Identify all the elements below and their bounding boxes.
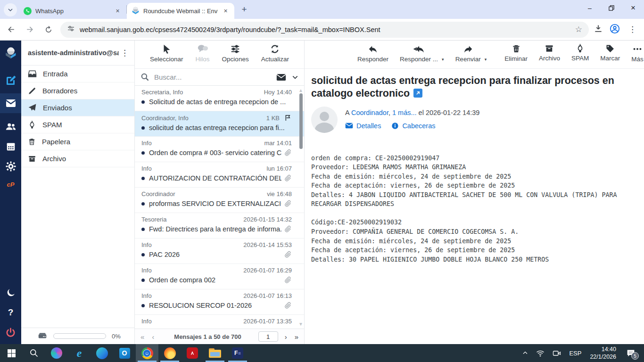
- mail-nav-button[interactable]: [0, 93, 21, 113]
- last-page-button[interactable]: »: [295, 333, 298, 341]
- taskbar-search-icon[interactable]: [23, 344, 45, 362]
- scrollbar-thumb[interactable]: [299, 93, 303, 149]
- forward-button[interactable]: Reenviar: [455, 44, 481, 63]
- list-toolbar: Seleccionar Hilos Opciones Actualizar: [135, 41, 304, 69]
- back-button[interactable]: [3, 22, 19, 38]
- search-options-chevron-icon[interactable]: [292, 74, 298, 81]
- edge-icon[interactable]: [91, 344, 113, 362]
- folder-archivo[interactable]: Archivo: [21, 150, 134, 167]
- forward-menu-caret[interactable]: ▾: [485, 57, 487, 62]
- tab-roundcube[interactable]: Roundcube Webmail :: Enviados ×: [127, 3, 234, 19]
- acrobat-icon[interactable]: [181, 344, 204, 362]
- message-row[interactable]: Secretaria, InfoHoy 14:40 Solicitud de a…: [135, 86, 304, 111]
- tray-expand-icon[interactable]: [520, 344, 530, 362]
- folder-spam[interactable]: SPAM: [21, 116, 134, 133]
- compose-button[interactable]: [0, 71, 21, 90]
- clock-date: 22/1/2026: [590, 354, 616, 360]
- clock[interactable]: 14:40 22/1/2026: [587, 346, 619, 361]
- restore-button[interactable]: [601, 0, 622, 16]
- minimize-button[interactable]: –: [579, 0, 601, 16]
- refresh-button[interactable]: [41, 22, 57, 38]
- calendar-nav-button[interactable]: [0, 137, 21, 156]
- message-row[interactable]: Infomar 14:01 Orden de compra # 003- ser…: [135, 137, 304, 162]
- search-scope-mail-icon[interactable]: [276, 74, 286, 81]
- copilot-icon[interactable]: [45, 344, 68, 362]
- more-recipients-link[interactable]: 1 más...: [392, 109, 417, 116]
- delete-button[interactable]: Eliminar: [504, 44, 528, 62]
- headers-toggle[interactable]: Cabeceras: [391, 122, 435, 130]
- folder-entrada[interactable]: Entrada: [21, 66, 134, 82]
- file-explorer-icon[interactable]: [204, 344, 226, 362]
- firefox-icon[interactable]: [158, 344, 181, 362]
- wifi-icon[interactable]: [534, 344, 547, 362]
- folder-papelera[interactable]: Papelera: [21, 133, 134, 150]
- message-row[interactable]: Info2026-01-07 13:35: [135, 315, 304, 329]
- message-row[interactable]: Info2026-01-07 16:13 RESOLUCION SERCOP 0…: [135, 289, 304, 315]
- reply-all-menu-caret[interactable]: ▾: [442, 57, 444, 62]
- cpanel-logo[interactable]: cP: [0, 176, 21, 192]
- outlook-icon[interactable]: O: [113, 344, 136, 362]
- more-button[interactable]: Más: [631, 44, 644, 63]
- open-in-new-window-icon[interactable]: [413, 89, 422, 98]
- roundcube-logo[interactable]: [0, 41, 21, 64]
- url-bar[interactable]: webmail.sanjuan.gob.ec/cpsess4724500249/…: [60, 22, 589, 38]
- windows-taskbar: e O ☺ F≡ ESP 14:40 22/1/2026 5: [0, 344, 644, 362]
- dark-mode-button[interactable]: [0, 283, 21, 303]
- tab-close-icon[interactable]: ×: [114, 7, 122, 15]
- pinned-app-icon[interactable]: F≡: [226, 344, 249, 362]
- folder-borradores[interactable]: Borradores: [21, 82, 134, 99]
- more-dots-icon: [632, 44, 643, 54]
- message-row[interactable]: Tesoreria2026-01-15 14:32 Fwd: Directric…: [135, 213, 304, 239]
- next-page-button[interactable]: ›: [285, 333, 287, 341]
- downloads-icon[interactable]: [594, 24, 603, 35]
- tab-close-icon[interactable]: ×: [222, 7, 230, 15]
- scroll-down-arrow[interactable]: ▼: [298, 321, 303, 327]
- details-toggle[interactable]: Detalles: [345, 122, 381, 130]
- logout-button[interactable]: [0, 322, 21, 342]
- site-settings-icon[interactable]: [67, 25, 75, 34]
- pagination-label: Mensajes 1 a 50 de 700: [162, 333, 253, 340]
- search-input[interactable]: [154, 73, 276, 81]
- message-row[interactable]: Info2026-01-14 15:53 PAC 2026: [135, 239, 304, 264]
- message-row[interactable]: Infolun 16:07 AUTORIZACION DE CONTRATACI…: [135, 162, 304, 188]
- meet-now-icon[interactable]: [550, 344, 563, 362]
- folder-enviados[interactable]: Enviados: [21, 99, 134, 116]
- forward-button[interactable]: [22, 22, 38, 38]
- account-menu-icon[interactable]: ⋮: [119, 48, 131, 58]
- bookmark-star-icon[interactable]: ☆: [571, 25, 586, 34]
- close-window-button[interactable]: ×: [622, 0, 644, 16]
- message-row[interactable]: Info2026-01-07 16:29 Orden de compra 002: [135, 264, 304, 289]
- chrome-icon[interactable]: ☺: [136, 344, 158, 362]
- new-tab-button[interactable]: +: [238, 3, 250, 16]
- message-row[interactable]: Coordinadorvie 16:48 proformas SERVICIO …: [135, 188, 304, 213]
- mark-button[interactable]: Marcar: [600, 44, 620, 62]
- tab-search-button[interactable]: [4, 3, 17, 16]
- browser-menu-icon[interactable]: ⋮: [627, 25, 638, 34]
- archive-label: Archivo: [539, 55, 560, 62]
- options-button[interactable]: Opciones: [222, 44, 249, 63]
- start-button[interactable]: [0, 344, 23, 362]
- reply-label: Responder: [357, 56, 388, 63]
- reply-all-button[interactable]: Responder ...: [400, 44, 438, 63]
- spam-label: SPAM: [571, 55, 589, 62]
- address-bar-actions: ⋮: [594, 24, 638, 36]
- message-list-panel: Seleccionar Hilos Opciones Actualizar: [134, 41, 304, 344]
- language-indicator[interactable]: ESP: [567, 344, 584, 362]
- select-button[interactable]: Seleccionar: [150, 44, 183, 63]
- recipient-link[interactable]: Coordinador: [351, 109, 388, 116]
- internet-explorer-icon[interactable]: e: [68, 344, 91, 362]
- settings-nav-button[interactable]: [0, 156, 21, 176]
- refresh-list-button[interactable]: Actualizar: [261, 44, 289, 63]
- profile-avatar-icon[interactable]: [610, 24, 620, 36]
- reply-button[interactable]: Responder: [357, 44, 388, 63]
- archive-button[interactable]: Archivo: [539, 44, 560, 62]
- page-number-input[interactable]: [258, 331, 278, 342]
- notifications-icon[interactable]: 5: [622, 344, 639, 362]
- help-button[interactable]: ?: [0, 303, 21, 322]
- scroll-up-arrow[interactable]: ▲: [298, 88, 303, 93]
- spam-button[interactable]: SPAM: [571, 44, 589, 62]
- flag-icon[interactable]: [284, 114, 292, 122]
- message-row-selected[interactable]: Coordinador, Info1 KB solicitud de actas…: [135, 111, 304, 137]
- contacts-nav-button[interactable]: [0, 117, 21, 137]
- tab-whatsapp[interactable]: WhatsApp ×: [19, 3, 126, 19]
